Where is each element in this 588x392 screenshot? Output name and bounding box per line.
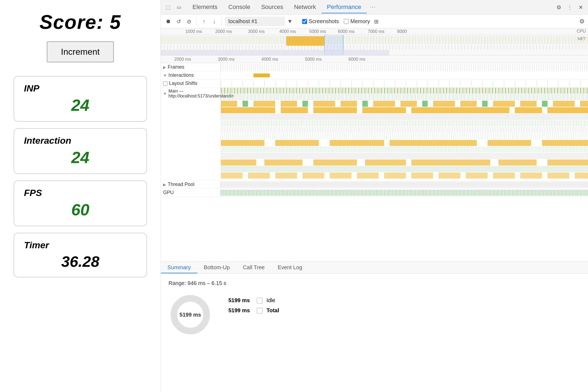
interactions-label-text: Interactions — [169, 72, 194, 78]
idle-legend-box — [257, 298, 263, 304]
tab-performance[interactable]: Performance — [321, 1, 367, 13]
cpu-label: CPU — [577, 29, 586, 34]
thread-pool-bg — [221, 182, 588, 188]
main-thread-content — [221, 88, 588, 180]
interaction-bar — [253, 74, 270, 77]
devtools-tabs: Elements Console Sources Network Perform… — [187, 1, 555, 13]
memory-label: Memory — [350, 18, 370, 24]
increment-button[interactable]: Increment — [47, 41, 114, 62]
frames-track: ▶ Frames — [161, 63, 588, 71]
frames-label[interactable]: ▶ Frames — [161, 63, 221, 71]
capture-icon[interactable]: ⊞ — [372, 17, 380, 26]
memory-checkbox[interactable] — [344, 19, 349, 24]
total-legend-row: 5199 ms Total — [228, 307, 279, 314]
time-mark-1000: 1000 ms — [185, 29, 202, 34]
performance-toolbar: ⏺ ↺ ⊘ ↑ ↓ ▼ Screenshots Memory ⊞ ⚙ — [161, 15, 588, 28]
timeline-overview[interactable]: 1000 ms 2000 ms 3000 ms 4000 ms 5000 ms … — [161, 28, 588, 56]
donut-chart: 5199 ms — [169, 293, 212, 336]
tab-console[interactable]: Console — [223, 1, 256, 13]
time-mark-7000: 7000 ms — [368, 29, 384, 34]
gpu-label: GPU — [161, 189, 221, 197]
devtools-actions: ⚙ ⋮ ✕ — [555, 3, 585, 11]
time-mark-3000: 3000 ms — [248, 29, 265, 34]
close-icon[interactable]: ✕ — [577, 3, 585, 11]
gpu-bg — [221, 190, 588, 196]
bottom-tabs: Summary Bottom-Up Call Tree Event Log — [161, 262, 588, 274]
interaction-value: 24 — [24, 148, 137, 167]
gpu-content — [221, 190, 588, 196]
timeline-bars-area: NET — [161, 35, 588, 56]
devtools-mode-icons: ⬚ ▭ — [164, 4, 183, 11]
toolbar-divider-1 — [196, 18, 197, 25]
timeline-content: 2000 ms 3000 ms 4000 ms 5000 ms 6000 ms … — [161, 56, 588, 197]
more-tabs-icon[interactable]: ⋯ — [367, 1, 379, 13]
main-expand-icon[interactable]: ▼ — [163, 91, 167, 96]
bottom-content: Range: 946 ms – 6.15 s 5199 ms 5199 ms I… — [161, 274, 588, 392]
tab-summary[interactable]: Summary — [161, 262, 197, 273]
main-thread-label[interactable]: ▼ Main — http://localhost:5173/understan… — [161, 88, 221, 100]
score-value: 5 — [110, 11, 121, 33]
frames-expand-icon[interactable]: ▶ — [163, 65, 166, 69]
fps-label: FPS — [24, 188, 137, 198]
time-mark-5000: 5000 ms — [309, 29, 326, 34]
inp-card: INP 24 — [14, 76, 147, 122]
layout-shifts-checkbox[interactable] — [163, 81, 167, 86]
thread-pool-label-text: Thread Pool — [168, 182, 194, 187]
toolbar-divider-3 — [296, 18, 296, 25]
timeline-ruler-top: 1000 ms 2000 ms 3000 ms 4000 ms 5000 ms … — [161, 28, 588, 35]
tab-elements[interactable]: Elements — [187, 1, 223, 13]
overflow-icon[interactable]: ⋮ — [566, 3, 574, 11]
tab-bottom-up[interactable]: Bottom-Up — [197, 262, 237, 273]
reload-button[interactable]: ↺ — [174, 17, 183, 26]
clear-button[interactable]: ⊘ — [185, 17, 193, 26]
interactions-expand-icon[interactable]: ▼ — [163, 73, 167, 78]
inp-value: 24 — [24, 96, 137, 115]
detail-mark-2000: 2000 ms — [174, 57, 191, 62]
url-dropdown-icon[interactable]: ▼ — [287, 18, 293, 24]
total-legend-box — [257, 308, 263, 314]
layout-shifts-track: Layout Shifts — [161, 79, 588, 88]
bottom-panel: Summary Bottom-Up Call Tree Event Log Ra… — [161, 261, 588, 392]
detail-mark-5000: 5000 ms — [305, 57, 321, 62]
fps-value: 60 — [24, 200, 137, 219]
score-label: Score: — [39, 11, 104, 33]
timer-label: Timer — [24, 240, 137, 250]
frames-label-text: Frames — [168, 64, 184, 70]
tab-sources[interactable]: Sources — [256, 1, 289, 13]
left-panel: Score: 5 Increment INP 24 Interaction 24… — [0, 0, 161, 392]
layout-shifts-content — [221, 81, 588, 87]
tab-event-log[interactable]: Event Log — [271, 262, 309, 273]
download-button[interactable]: ↓ — [210, 17, 218, 26]
device-icon[interactable]: ▭ — [175, 4, 183, 11]
tab-network[interactable]: Network — [289, 1, 321, 13]
tab-call-tree[interactable]: Call Tree — [236, 262, 271, 273]
upload-button[interactable]: ↑ — [200, 17, 208, 26]
time-mark-8000: 8000 — [397, 29, 407, 34]
thread-pool-track: ▶ Thread Pool — [161, 180, 588, 189]
inspector-icon[interactable]: ⬚ — [164, 4, 172, 11]
detail-mark-4000: 4000 ms — [261, 57, 278, 62]
screenshots-label: Screenshots — [309, 18, 339, 24]
thread-pool-expand-icon[interactable]: ▶ — [163, 182, 166, 187]
summary-legend: 5199 ms Idle 5199 ms Total — [228, 293, 279, 314]
devtools-header: ⬚ ▭ Elements Console Sources Network Per… — [161, 0, 588, 15]
time-mark-6000: 6000 ms — [338, 29, 354, 34]
detail-mark-3000: 3000 ms — [218, 57, 234, 62]
timer-card: Timer 36.28 — [14, 233, 147, 277]
idle-value: 5199 ms — [228, 297, 253, 304]
layout-shifts-label[interactable]: Layout Shifts — [161, 79, 221, 87]
thread-pool-content — [221, 182, 588, 188]
screenshots-checkbox[interactable] — [302, 19, 307, 24]
record-button[interactable]: ⏺ — [164, 17, 172, 26]
url-input[interactable] — [225, 17, 285, 26]
settings-icon[interactable]: ⚙ — [555, 3, 563, 11]
toolbar-settings-icon[interactable]: ⚙ — [579, 18, 585, 25]
devtools-panel: ⬚ ▭ Elements Console Sources Network Per… — [161, 0, 588, 392]
interactions-track: ▼ Interactions 23.02 ms Pointer Input de… — [161, 71, 588, 79]
timeline-scroll-area[interactable]: 2000 ms 3000 ms 4000 ms 5000 ms 6000 ms … — [161, 56, 588, 261]
fps-card: FPS 60 — [14, 180, 147, 226]
time-mark-4000: 4000 ms — [279, 29, 296, 34]
interactions-label[interactable]: ▼ Interactions — [161, 71, 221, 79]
screenshots-row — [161, 50, 588, 56]
thread-pool-label[interactable]: ▶ Thread Pool — [161, 180, 221, 188]
